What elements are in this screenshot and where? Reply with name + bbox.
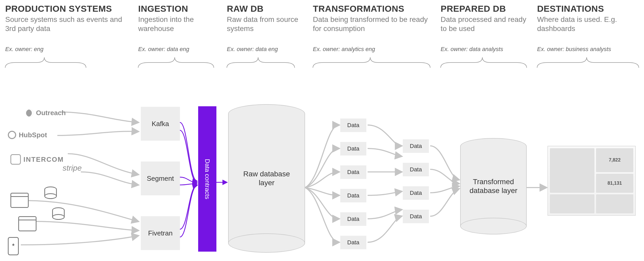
- data-contracts-strip: Data contracts: [198, 106, 216, 252]
- source-label: Outreach: [36, 109, 66, 117]
- source-intercom: INTERCOM: [10, 154, 64, 165]
- col-owner-prepared: Ex. owner: data analysts: [441, 46, 503, 53]
- col-head-ingestion: INGESTION Ingestion into the warehouse: [138, 3, 216, 33]
- source-label: HubSpot: [19, 131, 47, 139]
- col-head-production: PRODUCTION SYSTEMS Source systems such a…: [5, 3, 133, 33]
- ingestion-fivetran-box: Fivetran: [141, 216, 180, 250]
- col-head-transforms: TRANSFORMATIONS Data being transformed t…: [313, 3, 433, 33]
- dashboard-panel: [596, 194, 633, 213]
- data-contracts-label: Data contracts: [204, 159, 211, 199]
- ingestion-kafka-box: Kafka: [141, 107, 180, 141]
- dashboard-panel: [550, 194, 594, 213]
- col-head-destinations: DESTINATIONS Where data is used. E.g. da…: [537, 3, 641, 33]
- col-subtitle: Data processed and ready to be used: [441, 15, 529, 33]
- database-icon: [52, 208, 65, 219]
- transform-box: Data: [340, 142, 366, 156]
- col-owner-production: Ex. owner: eng: [5, 46, 44, 53]
- database-icon: [44, 188, 57, 198]
- transform-box: Data: [340, 189, 366, 202]
- col-title: RAW DB: [227, 3, 302, 14]
- source-outreach: Outreach: [26, 109, 66, 117]
- col-head-prepared: PREPARED DB Data processed and ready to …: [441, 3, 529, 33]
- col-title: TRANSFORMATIONS: [313, 3, 433, 14]
- app-window-icon: [10, 193, 29, 208]
- outreach-icon: [26, 109, 33, 117]
- intercom-icon: [10, 154, 21, 165]
- source-label: INTERCOM: [23, 156, 64, 164]
- hubspot-icon: [8, 131, 16, 139]
- transform-box: Data: [403, 186, 429, 200]
- app-window-icon: [18, 216, 37, 231]
- ingestion-segment-box: Segment: [141, 161, 180, 195]
- col-subtitle: Data being transformed to be ready for c…: [313, 15, 433, 33]
- transform-box: Data: [403, 163, 429, 176]
- col-owner-ingestion: Ex. owner: data eng: [138, 46, 189, 53]
- dashboard-stat: 7,822: [596, 148, 633, 172]
- col-title: PREPARED DB: [441, 3, 529, 14]
- col-owner-rawdb: Ex. owner: data eng: [227, 46, 278, 53]
- raw-db-label: Raw database layer: [240, 170, 293, 187]
- col-owner-transforms: Ex. owner: analytics eng: [313, 46, 375, 53]
- transform-box: Data: [403, 139, 429, 153]
- mobile-icon: [8, 237, 19, 255]
- dashboard-stat: 81,131: [596, 174, 633, 193]
- destination-dashboard: 7,822 81,131: [548, 146, 636, 216]
- transform-box: Data: [340, 119, 366, 132]
- col-subtitle: Source systems such as events and 3rd pa…: [5, 15, 133, 33]
- col-title: DESTINATIONS: [537, 3, 641, 14]
- source-stripe: stripe: [63, 164, 82, 172]
- transform-box: Data: [340, 165, 366, 179]
- col-subtitle: Ingestion into the warehouse: [138, 15, 216, 33]
- source-hubspot: HubSpot: [8, 131, 47, 139]
- dashboard-map-panel: [550, 148, 594, 193]
- source-label: stripe: [63, 164, 82, 172]
- col-subtitle: Raw data from source systems: [227, 15, 302, 33]
- col-owner-destinations: Ex. owner: business analysts: [537, 46, 611, 53]
- col-head-rawdb: RAW DB Raw data from source systems: [227, 3, 302, 33]
- col-title: INGESTION: [138, 3, 216, 14]
- col-subtitle: Where data is used. E.g. dashboards: [537, 15, 641, 33]
- transform-box: Data: [340, 236, 366, 249]
- raw-db-cylinder: Raw database layer: [228, 104, 305, 253]
- col-title: PRODUCTION SYSTEMS: [5, 3, 133, 14]
- prepared-db-cylinder: Transformed database layer: [460, 138, 527, 234]
- prepared-db-label: Transformed database layer: [467, 177, 520, 195]
- transform-box: Data: [340, 212, 366, 226]
- transform-box: Data: [403, 210, 429, 223]
